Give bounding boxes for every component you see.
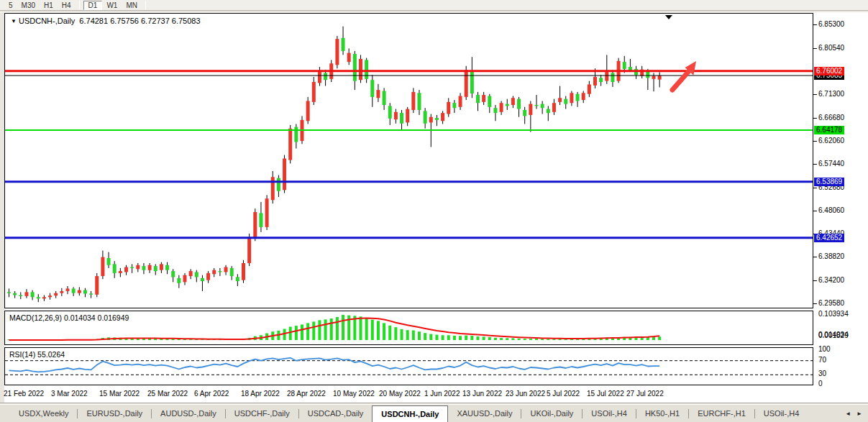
tab-scroll-controls: ◄►: [845, 405, 868, 422]
candle-down: [564, 99, 567, 104]
candle-up: [605, 72, 608, 81]
tab-scroll-left-icon[interactable]: ◄: [845, 410, 851, 417]
level-price-tag: 6.42652: [814, 234, 844, 242]
candle-up: [593, 77, 597, 86]
macd-hist-bar: [306, 323, 309, 340]
tab-ukoil-daily[interactable]: UKOil-,Daily: [521, 405, 582, 422]
tab-eurchf-h1[interactable]: EURCHF-,H1: [689, 405, 754, 422]
macd-hist-bar: [424, 333, 426, 340]
tab-usoil-h4[interactable]: USOil-,H4: [583, 405, 636, 422]
macd-hist-bar: [535, 339, 538, 340]
candle-down: [236, 277, 239, 281]
level-price-tag: 6.64178: [814, 126, 844, 134]
macd-hist-bar: [301, 324, 303, 340]
candle-down: [177, 278, 181, 283]
candle-up: [465, 70, 468, 97]
rsi-line: [9, 358, 660, 372]
macd-scale-bottom: 0.001829: [818, 331, 849, 340]
candle-up: [60, 291, 63, 293]
candle-down: [83, 290, 87, 294]
timeframe-button-5[interactable]: 5: [4, 1, 17, 10]
rsi-panel[interactable]: RSI(14) 55.0264: [4, 347, 813, 385]
candle-down: [517, 99, 521, 109]
candle-up: [101, 257, 104, 276]
candle-down: [130, 267, 134, 268]
candle-down: [195, 272, 198, 277]
axis-tick: [813, 48, 817, 49]
candle-down: [576, 94, 580, 101]
candle-down: [113, 264, 117, 273]
candle-up: [54, 293, 58, 295]
macd-hist-bar: [360, 316, 362, 340]
date-label: 18 Apr 2022: [241, 390, 280, 398]
macd-hist-bar: [406, 330, 409, 340]
macd-hist-bar: [541, 339, 544, 340]
tab-usdcnh-daily[interactable]: USDCNH-,Daily: [372, 405, 448, 422]
date-label: 21 Feb 2022: [4, 390, 44, 398]
candle-up: [183, 275, 187, 283]
candle-down: [611, 73, 614, 82]
date-axis[interactable]: 21 Feb 20223 Mar 202215 Mar 202225 Mar 2…: [4, 386, 868, 403]
candle-down: [476, 95, 480, 103]
candlestick-chart[interactable]: [5, 14, 813, 308]
price-axis-label: 6.29580: [818, 299, 844, 308]
candle-up: [552, 103, 556, 112]
candle-down: [31, 292, 35, 297]
candle-up: [658, 75, 662, 80]
timeframe-button-d1[interactable]: D1: [83, 1, 103, 10]
candle-down: [493, 108, 497, 113]
trend-arrow-shaft[interactable]: [672, 72, 688, 90]
timeframe-button-h4[interactable]: H4: [58, 1, 76, 10]
candle-down: [623, 62, 626, 69]
date-label: 3 Mar 2022: [51, 390, 88, 398]
macd-panel[interactable]: MACD(12,26,9) 0.014034 0.016949: [4, 311, 813, 345]
macd-hist-bar: [365, 318, 368, 340]
macd-hist-bar: [529, 339, 532, 340]
tab-xauusd-daily[interactable]: XAUUSD-,Daily: [448, 405, 521, 422]
candle-up: [406, 109, 409, 123]
timeframe-button-w1[interactable]: W1: [102, 1, 122, 10]
candle-up: [459, 96, 462, 106]
candle-down: [388, 106, 392, 118]
macd-hist-bar: [547, 339, 549, 340]
timeframe-button-mn[interactable]: MN: [122, 1, 142, 10]
tab-scroll-right-icon[interactable]: ►: [856, 410, 862, 417]
candle-up: [78, 290, 81, 293]
tab-usdx-weekly[interactable]: USDX,Weekly: [10, 405, 77, 422]
candle-down: [171, 271, 175, 277]
macd-hist-bar: [377, 321, 380, 340]
tab-hk50-h1[interactable]: HK50-,H1: [636, 405, 688, 422]
candle-up: [312, 82, 316, 102]
price-axis-label: 6.48060: [818, 206, 844, 215]
timeframe-button-h1[interactable]: H1: [40, 1, 58, 10]
candle-up: [558, 98, 562, 102]
candle-down: [230, 268, 234, 276]
candle-up: [570, 93, 573, 103]
timeframe-button-m30[interactable]: M30: [17, 1, 40, 10]
candle-down: [365, 60, 368, 78]
tab-usoil-h4[interactable]: USOil-,H4: [755, 405, 808, 422]
price-axis-label: 6.57440: [818, 160, 844, 168]
candle-down: [452, 103, 456, 108]
tab-eurusd-daily[interactable]: EURUSD-,Daily: [78, 405, 151, 422]
macd-hist-bar: [453, 336, 456, 340]
candle-up: [288, 129, 292, 160]
chart-tabs: USDX,WeeklyEURUSD-,DailyAUDUSD-,DailyUSD…: [0, 405, 868, 422]
macd-hist-bar: [394, 327, 397, 340]
price-axis[interactable]: 6.853006.805406.713006.666806.620606.574…: [813, 13, 868, 403]
price-chart-panel[interactable]: ▼ USDCNH-,Daily 6.74281 6.75756 6.72737 …: [4, 13, 813, 308]
candle-down: [599, 78, 603, 82]
candle-down: [218, 271, 221, 272]
macd-hist-bar: [435, 335, 438, 340]
macd-hist-bar: [318, 320, 321, 340]
chart-shift-marker-icon[interactable]: [665, 15, 672, 19]
tab-usdcad-daily[interactable]: USDCAD-,Daily: [299, 405, 373, 422]
date-label: 20 May 2022: [379, 390, 421, 398]
macd-hist-bar: [371, 320, 374, 340]
date-label: 15 Jul 2022: [587, 390, 624, 398]
candle-up: [206, 273, 210, 280]
date-label: 23 Jun 2022: [506, 390, 545, 398]
candle-up: [582, 93, 585, 100]
tab-usdchf-daily[interactable]: USDCHF-,Daily: [226, 405, 298, 422]
tab-audusd-daily[interactable]: AUDUSD-,Daily: [152, 405, 225, 422]
